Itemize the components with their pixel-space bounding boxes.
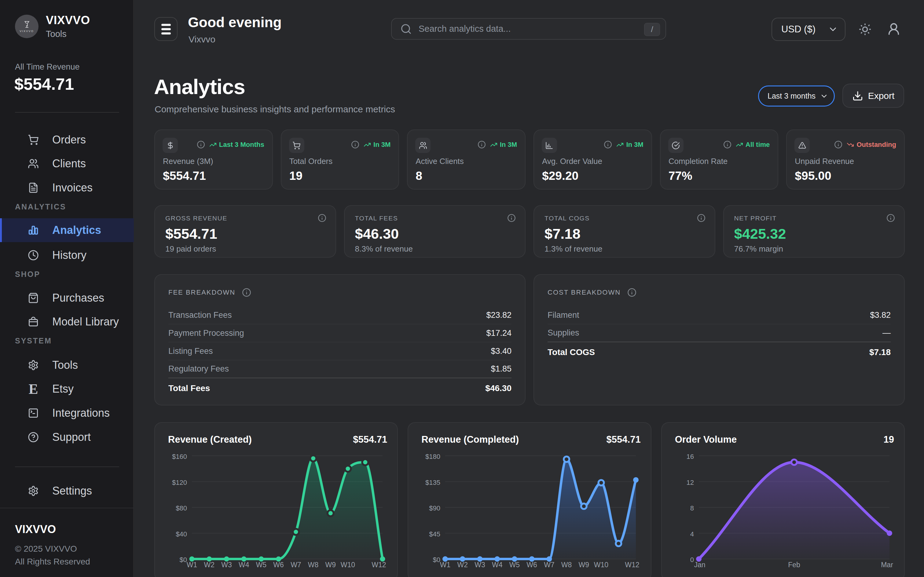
- svg-text:W5: W5: [509, 561, 520, 569]
- svg-text:W7: W7: [291, 561, 301, 569]
- svg-text:W10: W10: [341, 561, 355, 569]
- svg-text:$90: $90: [429, 504, 441, 512]
- svg-text:$0: $0: [433, 556, 440, 564]
- svg-text:W9: W9: [579, 561, 590, 569]
- svg-text:W10: W10: [594, 561, 608, 569]
- svg-text:$0: $0: [180, 556, 187, 564]
- svg-text:12: 12: [686, 479, 694, 486]
- svg-text:W7: W7: [544, 561, 554, 569]
- svg-text:W3: W3: [475, 561, 486, 569]
- svg-text:W4: W4: [239, 561, 249, 569]
- svg-text:$40: $40: [176, 530, 187, 538]
- svg-text:Jan: Jan: [694, 561, 705, 569]
- svg-text:Mar: Mar: [881, 561, 893, 569]
- svg-text:W8: W8: [561, 561, 572, 569]
- svg-text:W2: W2: [457, 561, 468, 569]
- svg-text:W8: W8: [308, 561, 319, 569]
- svg-text:W12: W12: [625, 561, 640, 569]
- svg-text:$160: $160: [172, 453, 187, 460]
- svg-text:8: 8: [690, 504, 694, 512]
- svg-text:W6: W6: [527, 561, 538, 569]
- svg-text:16: 16: [686, 453, 694, 460]
- svg-text:$120: $120: [172, 479, 187, 486]
- svg-text:W1: W1: [440, 561, 451, 569]
- svg-text:$180: $180: [425, 453, 440, 460]
- svg-text:0: 0: [690, 556, 694, 564]
- svg-text:W3: W3: [221, 561, 232, 569]
- svg-text:W6: W6: [273, 561, 284, 569]
- svg-text:W9: W9: [325, 561, 336, 569]
- svg-text:Feb: Feb: [788, 561, 800, 569]
- svg-text:$45: $45: [429, 530, 441, 538]
- svg-text:W1: W1: [187, 561, 197, 569]
- svg-text:W5: W5: [256, 561, 267, 569]
- svg-text:W12: W12: [372, 561, 386, 569]
- svg-text:W4: W4: [492, 561, 502, 569]
- svg-text:4: 4: [690, 530, 694, 538]
- svg-text:$135: $135: [425, 479, 440, 486]
- svg-text:W2: W2: [204, 561, 215, 569]
- svg-text:$80: $80: [176, 504, 187, 512]
